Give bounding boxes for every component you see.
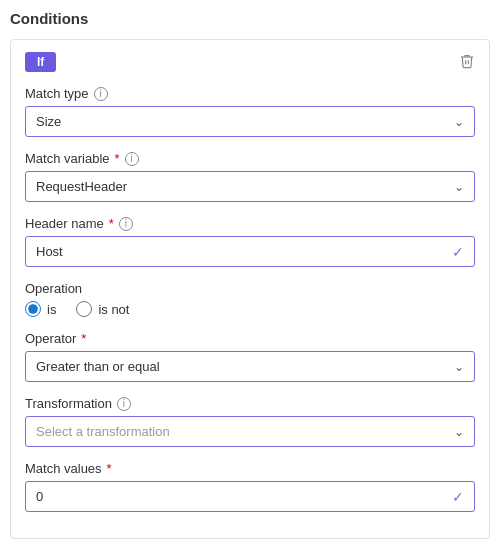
operation-is-label: is — [47, 302, 56, 317]
card-header: If — [25, 52, 475, 72]
operation-isnot-option[interactable]: is not — [76, 301, 129, 317]
operation-isnot-label: is not — [98, 302, 129, 317]
match-values-input-wrapper: ✓ — [25, 481, 475, 512]
header-name-info-icon[interactable]: i — [119, 217, 133, 231]
match-values-input[interactable] — [26, 482, 474, 511]
header-name-check-icon: ✓ — [452, 244, 464, 260]
conditions-card: If Match type i Size Header Cookie ⌄ — [10, 39, 490, 539]
operator-required: * — [81, 331, 86, 346]
transformation-info-icon[interactable]: i — [117, 397, 131, 411]
match-type-group: Match type i Size Header Cookie ⌄ — [25, 86, 475, 137]
match-type-info-icon[interactable]: i — [94, 87, 108, 101]
transformation-select-wrapper: Select a transformation Lowercase Upperc… — [25, 416, 475, 447]
match-variable-info-icon[interactable]: i — [125, 152, 139, 166]
match-variable-group: Match variable * i RequestHeader QuerySt… — [25, 151, 475, 202]
operation-is-option[interactable]: is — [25, 301, 56, 317]
match-variable-required: * — [115, 151, 120, 166]
if-badge: If — [25, 52, 56, 72]
operation-is-radio[interactable] — [25, 301, 41, 317]
match-values-label: Match values * — [25, 461, 475, 476]
match-variable-select-wrapper: RequestHeader QueryString PostArgs ⌄ — [25, 171, 475, 202]
match-values-required: * — [107, 461, 112, 476]
operation-isnot-radio[interactable] — [76, 301, 92, 317]
operator-group: Operator * Greater than or equal Less th… — [25, 331, 475, 382]
header-name-input-wrapper: ✓ — [25, 236, 475, 267]
match-values-group: Match values * ✓ — [25, 461, 475, 512]
transformation-label: Transformation i — [25, 396, 475, 411]
transformation-select[interactable]: Select a transformation Lowercase Upperc… — [26, 417, 474, 446]
operator-select[interactable]: Greater than or equal Less than Equal — [26, 352, 474, 381]
delete-icon[interactable] — [459, 53, 475, 72]
operation-label: Operation — [25, 281, 475, 296]
match-type-label: Match type i — [25, 86, 475, 101]
header-name-required: * — [109, 216, 114, 231]
header-name-group: Header name * i ✓ — [25, 216, 475, 267]
match-variable-select[interactable]: RequestHeader QueryString PostArgs — [26, 172, 474, 201]
transformation-group: Transformation i Select a transformation… — [25, 396, 475, 447]
header-name-input[interactable] — [26, 237, 474, 266]
header-name-label: Header name * i — [25, 216, 475, 231]
match-type-select-wrapper: Size Header Cookie ⌄ — [25, 106, 475, 137]
match-type-select[interactable]: Size Header Cookie — [26, 107, 474, 136]
operator-label: Operator * — [25, 331, 475, 346]
operation-radio-group: is is not — [25, 301, 475, 317]
operator-select-wrapper: Greater than or equal Less than Equal ⌄ — [25, 351, 475, 382]
page-title: Conditions — [10, 10, 490, 27]
match-variable-label: Match variable * i — [25, 151, 475, 166]
match-values-check-icon: ✓ — [452, 489, 464, 505]
operation-group: Operation is is not — [25, 281, 475, 317]
